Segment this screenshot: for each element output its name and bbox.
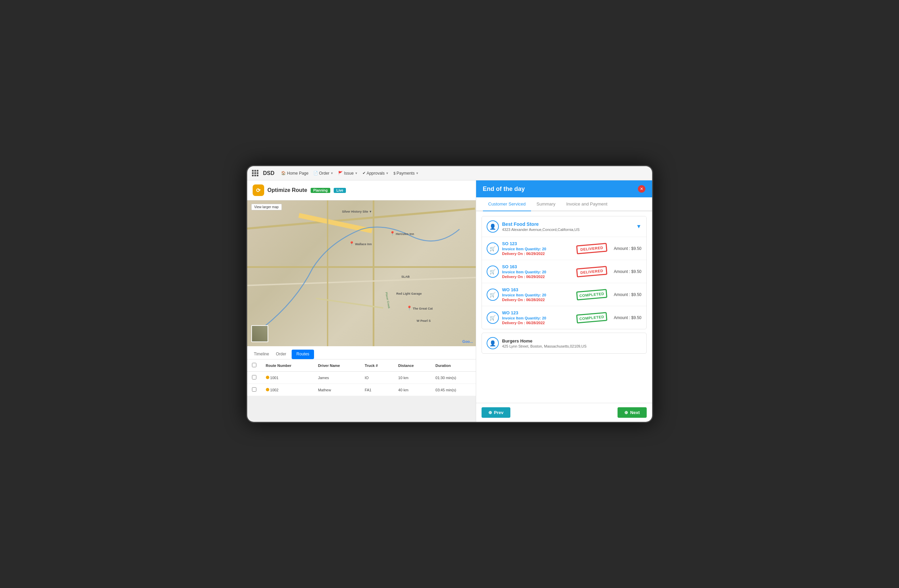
order-date: Delivery On : 06/29/2022	[502, 275, 573, 279]
order-date: Delivery On : 06/29/2022	[502, 252, 573, 256]
row-duration-1: 01:30 min(s)	[431, 372, 476, 384]
order-number: SO 123	[502, 241, 573, 246]
col-checkbox	[247, 360, 261, 372]
routes-table: Route Number Driver Name Truck # Distanc…	[247, 360, 476, 396]
row-route-1: 1001	[261, 372, 314, 384]
tab-summary[interactable]: Summary	[531, 198, 561, 211]
order-details: SO 163 Invoice Item Quantity: 20 Deliver…	[502, 264, 573, 279]
badge-planning: Planning	[310, 188, 330, 193]
order-details: SO 123 Invoice Item Quantity: 20 Deliver…	[502, 241, 573, 256]
route-icon: ⟳	[253, 184, 264, 196]
customer-card-best-food: 👤 Best Food Store 4323 Alexander Avenue,…	[482, 216, 647, 329]
prev-button[interactable]: ⊕ Prev	[482, 407, 510, 418]
customer-name: Burgers Home	[502, 338, 587, 344]
prev-icon: ⊕	[488, 410, 492, 415]
col-distance: Distance	[393, 360, 431, 372]
order-number: WO 123	[502, 310, 573, 315]
row-checkbox-2[interactable]	[252, 387, 256, 392]
bottom-tabs: Timeline Order Routes	[247, 346, 476, 360]
modal-footer: ⊕ Prev ⊕ Next	[476, 403, 652, 422]
row-truck-2: FA1	[360, 384, 394, 396]
next-icon: ⊕	[624, 410, 628, 415]
avatar: 👤	[487, 221, 499, 233]
nav-approvals[interactable]: ✔ Approvals ▼	[363, 171, 389, 176]
left-panel: ⟳ Optimize Route Planning Live	[247, 181, 476, 422]
col-truck: Truck #	[360, 360, 394, 372]
order-number: WO 163	[502, 287, 573, 292]
modal-body: 👤 Best Food Store 4323 Alexander Avenue,…	[476, 211, 652, 403]
nav-home[interactable]: 🏠 Home Page	[281, 171, 308, 176]
map-label-great-cat: 📍 The Great Cat	[406, 306, 433, 310]
row-duration-2: 03:45 min(s)	[431, 384, 476, 396]
modal-tabs: Customer Serviced Summary Invoice and Pa…	[476, 198, 652, 211]
order-qty: Invoice Item Quantity: 20	[502, 270, 573, 274]
map-label-red-light: Red Light Garage	[396, 292, 422, 295]
customer-info: 👤 Best Food Store 4323 Alexander Avenue,…	[487, 221, 580, 233]
order-amount: Amount : $9.50	[614, 269, 641, 274]
order-qty: Invoice Item Quantity: 20	[502, 316, 573, 320]
tab-timeline[interactable]: Timeline	[253, 350, 270, 359]
status-stamp-completed-0: COMPLETED	[576, 289, 607, 301]
table-row: 1001 James IO 10 km 01:30 min(s)	[247, 372, 476, 384]
status-stamp-completed-1: COMPLETED	[576, 312, 607, 324]
cart-icon: 🛒	[487, 265, 499, 278]
map-area: Silver History Site ▼ 📍 Wallace Inn 📍 He…	[247, 201, 476, 346]
order-item-wo123: 🛒 WO 123 Invoice Item Quantity: 20 Deliv…	[482, 306, 646, 329]
order-date: Delivery On : 06/28/2022	[502, 321, 573, 325]
map-label-silver: Silver History Site ▼	[342, 210, 372, 213]
end-of-day-modal: End of the day ✕ Customer Serviced Summa…	[476, 181, 652, 422]
order-number: SO 163	[502, 264, 573, 269]
customer-header: 👤 Best Food Store 4323 Alexander Avenue,…	[482, 216, 646, 237]
row-distance-2: 40 km	[393, 384, 431, 396]
nav-order[interactable]: 📄 Order ▼	[314, 171, 334, 176]
route-title: Optimize Route	[267, 187, 307, 193]
app-title: DSD	[263, 170, 275, 176]
tab-order[interactable]: Order	[274, 350, 287, 359]
grid-icon[interactable]	[252, 170, 258, 176]
row-truck-1: IO	[360, 372, 394, 384]
row-route-2: 1002	[261, 384, 314, 396]
map-label-hercules: 📍 Hercules Inn	[390, 231, 414, 236]
tab-routes[interactable]: Routes	[292, 350, 314, 359]
order-qty: Invoice Item Quantity: 20	[502, 293, 573, 297]
row-driver-2: Mathew	[314, 384, 360, 396]
cart-icon: 🛒	[487, 242, 499, 255]
tab-invoice-payment[interactable]: Invoice and Payment	[561, 198, 613, 211]
order-amount: Amount : $9.50	[614, 246, 641, 251]
col-driver-name: Driver Name	[314, 360, 360, 372]
map-label-w-pearl: W Pearl S	[417, 319, 431, 323]
map-label-wallace: 📍 Wallace Inn	[349, 241, 372, 246]
col-route-number: Route Number	[261, 360, 314, 372]
customer-name: Best Food Store	[502, 221, 580, 227]
customer-address: 425 Lynn Street, Boston, Massachusetts,0…	[502, 344, 587, 348]
next-button[interactable]: ⊕ Next	[618, 407, 646, 418]
cart-icon: 🛒	[487, 312, 499, 324]
badge-live: Live	[334, 188, 346, 193]
order-amount: Amount : $9.50	[614, 292, 641, 297]
view-larger-map-btn[interactable]: View larger map	[251, 204, 282, 210]
row-distance-1: 10 km	[393, 372, 431, 384]
order-date: Delivery On : 06/28/2022	[502, 298, 573, 302]
order-qty: Invoice Item Quantity: 20	[502, 247, 573, 251]
customer-address: 4323 Alexander Avenue,Concord,California…	[502, 228, 580, 231]
tab-customer-serviced[interactable]: Customer Serviced	[483, 198, 531, 211]
customer-card-burgers: 👤 Burgers Home 425 Lynn Street, Boston, …	[482, 333, 647, 354]
top-nav-bar: DSD 🏠 Home Page 📄 Order ▼ 🚩 Issue ▼ ✔ Ap…	[247, 166, 652, 181]
nav-payments[interactable]: $ Payments ▼	[393, 171, 419, 176]
row-checkbox-1[interactable]	[252, 375, 256, 380]
route-header: ⟳ Optimize Route Planning Live	[247, 181, 476, 201]
routes-table-area: Route Number Driver Name Truck # Distanc…	[247, 360, 476, 396]
modal-close-btn[interactable]: ✕	[638, 185, 645, 193]
select-all-checkbox[interactable]	[252, 363, 256, 367]
order-details: WO 123 Invoice Item Quantity: 20 Deliver…	[502, 310, 573, 325]
expand-icon[interactable]: ▼	[636, 224, 642, 230]
order-item-so123: 🛒 SO 123 Invoice Item Quantity: 20 Deliv…	[482, 237, 646, 260]
nav-issue[interactable]: 🚩 Issue ▼	[338, 171, 358, 176]
map-thumbnail	[251, 325, 268, 342]
google-logo: Goo...	[462, 340, 473, 344]
table-row: 1002 Mathew FA1 40 km 03:45 min(s)	[247, 384, 476, 396]
avatar: 👤	[487, 337, 499, 349]
order-item-so163: 🛒 SO 163 Invoice Item Quantity: 20 Deliv…	[482, 260, 646, 283]
modal-header: End of the day ✕	[476, 181, 652, 198]
cart-icon: 🛒	[487, 289, 499, 301]
